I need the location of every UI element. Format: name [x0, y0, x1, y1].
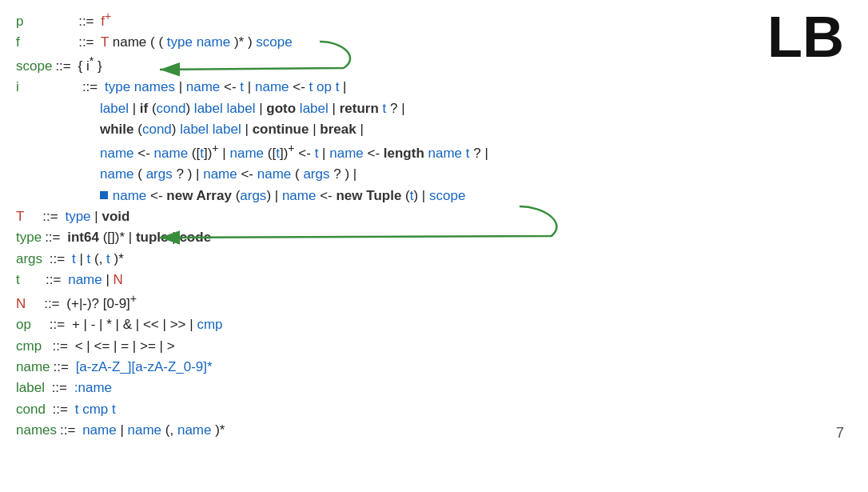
lhs-scope: scope: [16, 56, 52, 77]
grammar-row-i-1: i ::= type names | name <- t | name <- t…: [16, 77, 852, 98]
rhs-i-5: name ( args ? ) | name <- name ( args ? …: [100, 164, 356, 185]
rhs-i-1: type names | name <- t | name <- t op t …: [101, 77, 346, 98]
grammar-row-op: op ::= + | - | * | & | << | >> | cmp: [16, 314, 852, 335]
lhs-op: op: [16, 314, 31, 335]
grammar-row-i-5: name ( args ? ) | name <- name ( args ? …: [16, 164, 852, 185]
grammar-row-cmp: cmp ::= < | <= | = | >= | >: [16, 336, 852, 357]
grammar-row-args: args ::= t | t (, t )*: [16, 249, 852, 270]
rhs-i-4: name <- name ([t])+ | name ([t])+ <- t |…: [100, 140, 488, 164]
page-number: 7: [836, 425, 844, 442]
grammar-row-T: T ::= type | void: [16, 206, 852, 227]
lhs-name: name: [16, 357, 50, 378]
grammar-row-i-3: while (cond) label label | continue | br…: [16, 119, 852, 140]
rhs-name: [a-zA-Z_][a-zA-Z_0-9]*: [72, 357, 213, 378]
sep-cond: ::=: [49, 399, 68, 420]
rhs-cmp: < | <= | = | >= | >: [71, 336, 175, 357]
lhs-T: T: [16, 206, 24, 227]
sep-type: ::=: [45, 227, 60, 248]
lhs-names: names: [16, 420, 57, 441]
square-icon: [100, 191, 108, 199]
grammar-row-names: names ::= name | name (, name )*: [16, 420, 852, 441]
sep-op: ::=: [34, 314, 65, 335]
sep-args: ::=: [46, 249, 65, 270]
grammar-row-N: N ::= (+|-)? [0-9]+: [16, 290, 852, 314]
sep-cmp: ::=: [45, 336, 68, 357]
lhs-i: i: [16, 77, 64, 98]
grammar-table: p ::= f+ f ::= T name ( ( type name )* )…: [16, 8, 852, 442]
sep-N: ::=: [29, 294, 59, 314]
lb-label: LB: [767, 4, 844, 70]
rhs-cond: t cmp t: [71, 399, 116, 420]
grammar-row-scope: scope ::= { i* }: [16, 53, 852, 77]
grammar-row-label: label ::= :name: [16, 378, 852, 398]
rhs-N: (+|-)? [0-9]+: [63, 290, 137, 314]
sep-label: ::=: [48, 378, 67, 398]
rhs-scope: { i* }: [74, 53, 102, 77]
rhs-f: T name ( ( type name )* ) scope: [98, 32, 293, 53]
sep-f: ::=: [67, 32, 94, 53]
rhs-i-6: name <- new Array (args) | name <- new T…: [100, 186, 465, 206]
rhs-type: int64 ([])* | tuple | code: [64, 227, 212, 248]
rhs-i-3: while (cond) label label | continue | br…: [100, 119, 364, 140]
sep-t: ::=: [23, 270, 62, 290]
grammar-row-name: name ::= [a-zA-Z_][a-zA-Z_0-9]*: [16, 357, 852, 378]
lhs-N: N: [16, 294, 26, 314]
grammar-row-p: p ::= f+: [16, 8, 852, 32]
sep-name: ::=: [54, 357, 69, 378]
lhs-label: label: [16, 378, 45, 398]
sep-i: ::=: [67, 77, 98, 98]
sep-names: ::=: [60, 420, 75, 441]
grammar-row-type: type ::= int64 ([])* | tuple | code: [16, 227, 852, 248]
lhs-t: t: [16, 270, 20, 290]
rhs-t: name | N: [64, 270, 122, 290]
lhs-args: args: [16, 249, 42, 270]
main-content: LB p ::= f+ f ::= T name ( ( type name )…: [0, 0, 868, 450]
sep-T: ::=: [27, 206, 58, 227]
lhs-type: type: [16, 227, 42, 248]
rhs-label: :name: [70, 378, 112, 398]
grammar-row-i-6: name <- new Array (args) | name <- new T…: [16, 186, 852, 206]
rhs-T: type | void: [62, 206, 130, 227]
sep-scope: ::=: [55, 56, 70, 77]
rhs-p: f+: [98, 8, 112, 32]
lhs-cond: cond: [16, 399, 46, 420]
lhs-cmp: cmp: [16, 336, 42, 357]
rhs-op: + | - | * | & | << | >> | cmp: [68, 314, 222, 335]
grammar-row-i-2: label | if (cond) label label | goto lab…: [16, 98, 852, 119]
rhs-names: name | name (, name )*: [78, 420, 225, 441]
grammar-row-i-4: name <- name ([t])+ | name ([t])+ <- t |…: [16, 140, 852, 164]
grammar-row-cond: cond ::= t cmp t: [16, 399, 852, 420]
rhs-i-2: label | if (cond) label label | goto lab…: [100, 98, 405, 119]
lhs-f: f: [16, 32, 64, 53]
grammar-row-t: t ::= name | N: [16, 270, 852, 290]
lhs-p: p: [16, 11, 64, 32]
sep-p: ::=: [67, 11, 94, 32]
grammar-row-f: f ::= T name ( ( type name )* ) scope: [16, 32, 852, 53]
rhs-args: t | t (, t )*: [68, 249, 124, 270]
